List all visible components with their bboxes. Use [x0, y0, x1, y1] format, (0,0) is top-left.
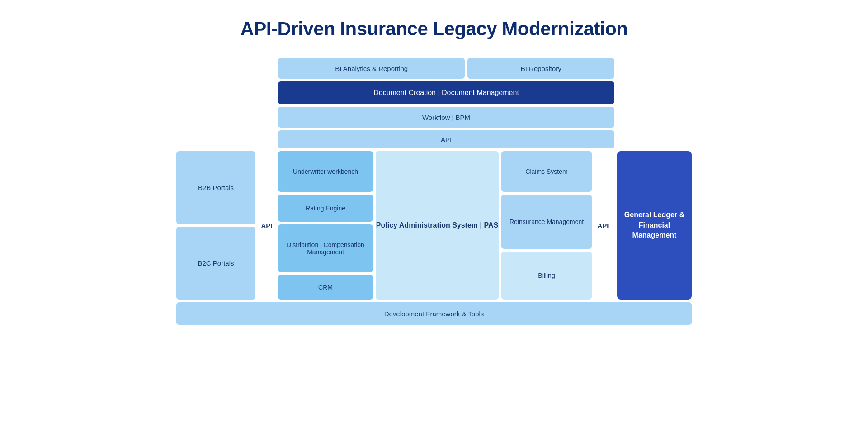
claims-box: Claims System	[501, 151, 592, 192]
reinsurance-box: Reinsurance Management	[501, 195, 592, 249]
gl-box: General Ledger & Financial Management	[617, 151, 692, 300]
left-portals: B2B Portals B2C Portals	[176, 151, 255, 300]
crm-box: CRM	[278, 275, 373, 300]
bi-analytics-box: BI Analytics & Reporting	[278, 58, 465, 79]
left-api-strip: API	[255, 151, 278, 300]
distribution-box: Distribution | Compensation Management	[278, 224, 373, 272]
workflow-box: Workflow | BPM	[278, 107, 614, 128]
document-creation-box: Document Creation | Document Management	[278, 81, 614, 104]
right-api-strip: API	[592, 151, 614, 300]
underwriter-box: Underwriter workbench	[278, 151, 373, 192]
main-section: B2B Portals B2C Portals API Underwriter …	[176, 151, 692, 300]
bi-repository-box: BI Repository	[467, 58, 614, 79]
left-api-label: API	[261, 222, 272, 229]
bi-row: BI Analytics & Reporting BI Repository	[278, 58, 614, 79]
diagram-container: BI Analytics & Reporting BI Repository D…	[176, 58, 692, 325]
right-claims: Claims System Reinsurance Management Bil…	[501, 151, 592, 300]
b2c-portals-box: B2C Portals	[176, 227, 255, 300]
rating-engine-box: Rating Engine	[278, 195, 373, 222]
page-title: API-Driven Insurance Legacy Modernizatio…	[240, 18, 627, 40]
api-top-box: API	[278, 130, 614, 148]
middle-group: Underwriter workbench Rating Engine Dist…	[278, 151, 373, 300]
b2b-portals-box: B2B Portals	[176, 151, 255, 224]
right-api-label: API	[597, 222, 609, 229]
billing-box: Billing	[501, 252, 592, 300]
pas-box: Policy Administration System | PAS	[376, 151, 499, 300]
dev-framework-box: Development Framework & Tools	[176, 302, 692, 325]
page-wrapper: API-Driven Insurance Legacy Modernizatio…	[0, 0, 868, 424]
